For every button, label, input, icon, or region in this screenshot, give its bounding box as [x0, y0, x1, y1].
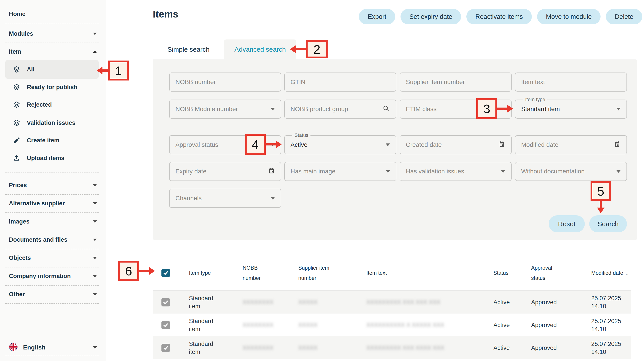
- chevron-down-icon: [270, 197, 275, 200]
- field-label: Item type: [523, 97, 547, 102]
- cell-supplier-number-redacted: XXXXX: [298, 298, 334, 306]
- item-text-input[interactable]: Item text: [515, 72, 627, 92]
- cell-item-type: Standard item: [189, 294, 219, 310]
- sidebar-item-label: Upload items: [27, 155, 64, 162]
- callout-4-arrowhead: [276, 140, 282, 148]
- callout-5-arrowhead: [597, 208, 604, 213]
- language-selector[interactable]: English: [9, 341, 97, 354]
- divider: [5, 285, 99, 286]
- move-to-module-button[interactable]: Move to module: [537, 9, 600, 24]
- without-documentation-select[interactable]: Without documentation: [515, 162, 627, 181]
- status-select[interactable]: Status Active: [284, 135, 396, 154]
- sidebar-item-label: Item: [9, 48, 21, 55]
- item-type-value: Standard item: [521, 106, 616, 113]
- channels-select[interactable]: Channels: [169, 189, 281, 208]
- sidebar-item-label: Objects: [9, 254, 31, 262]
- cell-status: Active: [494, 298, 527, 306]
- chevron-down-icon: [616, 170, 621, 173]
- row-checkbox[interactable]: [162, 344, 170, 352]
- sidebar-item-modules[interactable]: Modules: [9, 27, 97, 40]
- sidebar-item-rejected[interactable]: Rejected: [5, 95, 99, 114]
- chevron-down-icon: [386, 144, 390, 146]
- callout-1-box: 1: [108, 60, 128, 80]
- sidebar: Home Modules Item All Ready for publish: [0, 0, 106, 361]
- modified-date-input[interactable]: Modified date: [515, 135, 627, 154]
- sidebar-item-other[interactable]: Other: [9, 288, 97, 301]
- sidebar-item-validation-issues[interactable]: Validation issues: [5, 114, 99, 132]
- divider: [5, 194, 99, 195]
- callout-6-arrowhead: [149, 267, 155, 275]
- sidebar-item-ready-for-publish[interactable]: Ready for publish: [5, 78, 99, 96]
- chevron-down-icon: [501, 170, 506, 173]
- cell-modified-date: 25.07.2025 14.10: [591, 294, 630, 310]
- sidebar-item-upload-items[interactable]: Upload items: [5, 149, 99, 168]
- sidebar-item-home[interactable]: Home: [9, 7, 97, 20]
- search-icon: [382, 104, 390, 114]
- set-expiry-date-button[interactable]: Set expiry date: [400, 9, 461, 24]
- callout-4-arrow: [266, 143, 276, 146]
- sidebar-item-label: Validation issues: [27, 120, 76, 126]
- sidebar-item-all[interactable]: All: [5, 60, 99, 79]
- sidebar-item-alternative-supplier[interactable]: Alternative supplier: [9, 197, 97, 210]
- has-validation-issues-select[interactable]: Has validation issues: [400, 162, 512, 181]
- delete-button[interactable]: Delete: [606, 9, 642, 24]
- sidebar-item-label: Company information: [9, 273, 71, 280]
- cell-item-text-redacted: XXXXXXXXXX X XXXXX XXX: [366, 321, 486, 329]
- chevron-down-icon: [93, 346, 97, 349]
- sidebar-item-prices[interactable]: Prices: [9, 178, 97, 192]
- language-label: English: [23, 344, 93, 351]
- sidebar-item-company-information[interactable]: Company information: [9, 270, 97, 283]
- divider: [5, 267, 99, 268]
- nobb-number-input[interactable]: NOBB number: [169, 72, 281, 92]
- chevron-down-icon: [93, 275, 97, 278]
- has-main-image-select[interactable]: Has main image: [284, 162, 396, 181]
- cell-approval-status: Approved: [531, 344, 561, 352]
- page-title: Items: [153, 9, 178, 20]
- cell-supplier-number-redacted: XXXXX: [298, 344, 334, 352]
- reactivate-items-button[interactable]: Reactivate items: [466, 9, 532, 24]
- sidebar-item-label: Other: [9, 291, 25, 298]
- divider: [5, 42, 99, 43]
- sidebar-item-item[interactable]: Item: [9, 45, 97, 58]
- supplier-item-number-input[interactable]: Supplier item number: [400, 72, 512, 92]
- item-type-select[interactable]: Item type Standard item: [515, 100, 627, 119]
- callout-3-arrowhead: [508, 105, 513, 112]
- calendar-icon: [498, 140, 506, 150]
- search-button[interactable]: Search: [589, 215, 627, 232]
- callout-3-arrow: [497, 108, 508, 110]
- nobb-product-group-search[interactable]: NOBB product group: [284, 100, 396, 119]
- checkmark-icon: [162, 322, 169, 328]
- gtin-input[interactable]: GTIN: [284, 72, 396, 92]
- table-row[interactable]: Standard item XXXXXXXX XXXXX XXXXXXXXX X…: [153, 291, 631, 314]
- tab-advanced-search[interactable]: Advanced search: [224, 40, 296, 60]
- sidebar-item-documents-and-files[interactable]: Documents and files: [9, 233, 97, 246]
- table-row[interactable]: Standard item XXXXXXXX XXXXX XXXXXXXXXX …: [153, 314, 631, 336]
- callout-3-box: 3: [476, 98, 497, 119]
- export-button[interactable]: Export: [359, 9, 395, 24]
- divider: [5, 249, 99, 249]
- reset-button[interactable]: Reset: [549, 215, 585, 232]
- row-checkbox[interactable]: [162, 321, 170, 329]
- chevron-down-icon: [93, 32, 97, 35]
- table-row[interactable]: Standard item XXXXXXXX XXXXX XXXXXXXXX X…: [153, 336, 631, 359]
- callout-5-arrow: [600, 201, 602, 208]
- sidebar-item-images[interactable]: Images: [9, 215, 97, 228]
- sidebar-item-objects[interactable]: Objects: [9, 251, 97, 264]
- chevron-down-icon: [270, 108, 275, 110]
- row-checkbox[interactable]: [162, 298, 170, 306]
- divider: [5, 172, 99, 173]
- divider: [5, 230, 99, 231]
- tab-simple-search[interactable]: Simple search: [153, 40, 224, 60]
- calendar-icon: [614, 140, 621, 150]
- divider: [5, 356, 99, 356]
- created-date-input[interactable]: Created date: [400, 135, 512, 154]
- col-header-modified-date[interactable]: Modified date ↓: [591, 268, 630, 278]
- sort-descending-icon: ↓: [625, 268, 629, 278]
- layers-icon: [13, 119, 20, 127]
- nobb-module-number-select[interactable]: NOBB Module number: [169, 100, 281, 119]
- select-all-checkbox[interactable]: [162, 269, 170, 277]
- sidebar-item-create-item[interactable]: Create item: [5, 131, 99, 150]
- chevron-down-icon: [93, 202, 97, 205]
- callout-2-arrowhead: [290, 46, 296, 53]
- expiry-date-input[interactable]: Expiry date: [169, 162, 281, 181]
